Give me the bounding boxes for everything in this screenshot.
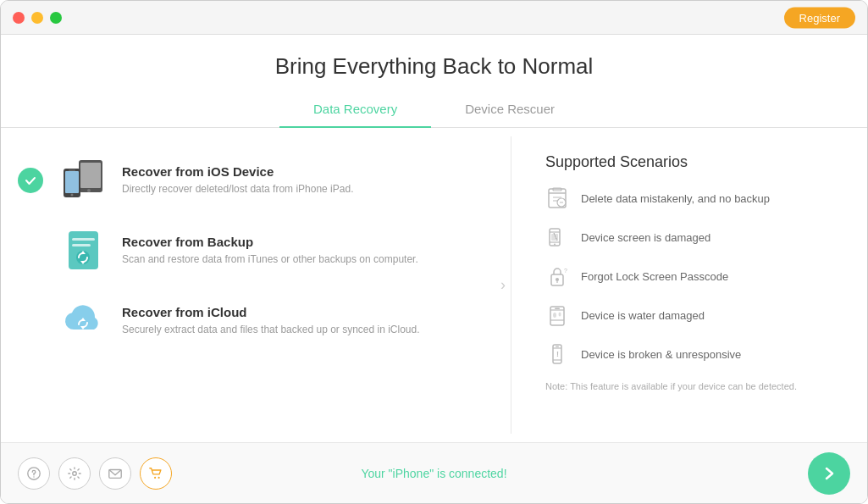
broken-scenario-icon: !	[545, 342, 569, 366]
cart-icon	[148, 466, 163, 481]
svg-rect-6	[69, 170, 75, 171]
svg-point-45	[73, 471, 77, 475]
water-scenario-icon	[545, 303, 569, 327]
help-icon	[26, 466, 41, 481]
scenario-passcode-text: Forgot Lock Screen Passcode	[581, 270, 728, 283]
svg-rect-4	[65, 171, 79, 193]
option-backup-text: Recover from Backup Scan and restore dat…	[122, 235, 418, 267]
svg-text:!: !	[556, 350, 559, 358]
tab-device-rescuer[interactable]: Device Rescuer	[431, 95, 589, 128]
settings-button[interactable]	[58, 457, 91, 490]
option-ios-device-title: Recover from iOS Device	[122, 164, 353, 179]
scenario-delete-text: Delete data mistakenly, and no backup	[581, 192, 770, 205]
svg-text:?: ?	[564, 268, 567, 274]
selected-check-icon	[18, 168, 43, 193]
mail-button[interactable]	[99, 457, 131, 490]
option-backup[interactable]: Recover from Backup Scan and restore dat…	[52, 215, 494, 285]
right-panel: Supported Scenarios	[511, 136, 867, 434]
option-ios-device-text: Recover from iOS Device Directly recover…	[122, 164, 353, 197]
content-area: Bring Everything Back to Normal Data Rec…	[1, 35, 867, 503]
option-backup-title: Recover from Backup	[122, 235, 418, 249]
close-button[interactable]	[13, 12, 25, 24]
help-button[interactable]	[18, 457, 50, 490]
chevron-right-icon: ›	[500, 276, 506, 294]
scenario-water-text: Device is water damaged	[581, 309, 705, 322]
option-ios-device-desc: Directly recover deleted/lost data from …	[122, 182, 353, 197]
svg-point-47	[154, 476, 156, 478]
backup-icon	[60, 227, 107, 274]
maximize-button[interactable]	[50, 12, 62, 24]
svg-point-5	[71, 194, 74, 197]
page-title: Bring Everything Back to Normal	[1, 53, 867, 80]
minimize-button[interactable]	[31, 12, 43, 24]
option-backup-desc: Scan and restore data from iTunes or oth…	[122, 252, 418, 267]
svg-point-37	[559, 313, 561, 317]
main-content: Recover from iOS Device Directly recover…	[1, 128, 867, 442]
header: Bring Everything Back to Normal Data Rec…	[1, 35, 867, 128]
option-icloud-title: Recover from iCloud	[122, 305, 420, 319]
panel-divider: ›	[495, 273, 511, 298]
option-ios-device[interactable]: Recover from iOS Device Directly recover…	[52, 145, 494, 215]
scenario-broken-text: Device is broken & unresponsive	[581, 348, 741, 361]
scenarios-title: Supported Scenarios	[545, 153, 833, 171]
settings-icon	[67, 466, 82, 481]
footer: Your "iPhone" is connected!	[1, 442, 867, 503]
scenario-delete: Delete data mistakenly, and no backup	[545, 186, 833, 210]
svg-point-48	[158, 476, 160, 478]
next-button[interactable]	[808, 452, 850, 495]
register-button[interactable]: Register	[784, 7, 855, 28]
title-bar: Register	[1, 1, 867, 35]
scenario-broken: ! Device is broken & unresponsive	[545, 342, 833, 366]
scenario-water: Device is water damaged	[545, 303, 833, 327]
next-arrow-icon	[820, 464, 838, 483]
svg-rect-8	[72, 238, 95, 241]
svg-rect-1	[80, 163, 101, 188]
app-window: Register Bring Everything Back to Normal…	[0, 0, 868, 504]
svg-point-36	[553, 313, 556, 318]
option-icloud-desc: Securely extract data and files that bac…	[122, 323, 420, 337]
svg-rect-32	[550, 307, 564, 325]
scenarios-note: Note: This feature is available if your …	[545, 381, 833, 391]
svg-point-2	[87, 189, 91, 192]
svg-point-25	[554, 244, 556, 246]
connected-status: Your "iPhone" is connected!	[361, 467, 506, 480]
passcode-scenario-icon: ?	[545, 264, 569, 288]
cart-button[interactable]	[140, 457, 172, 490]
tab-bar: Data Recovery Device Rescuer	[1, 95, 867, 128]
svg-rect-35	[555, 308, 560, 310]
mail-icon	[108, 466, 123, 481]
scenario-passcode: ? Forgot Lock Screen Passcode	[545, 264, 833, 288]
left-panel: Recover from iOS Device Directly recover…	[1, 136, 511, 434]
icloud-icon	[60, 297, 107, 344]
scenario-screen: Device screen is damaged	[545, 225, 833, 249]
svg-point-29	[556, 278, 559, 281]
traffic-lights	[13, 12, 62, 24]
scenario-screen-text: Device screen is damaged	[581, 231, 710, 244]
option-icloud-text: Recover from iCloud Securely extract dat…	[122, 305, 420, 337]
delete-scenario-icon	[545, 186, 569, 210]
screen-scenario-icon	[545, 225, 569, 249]
tab-data-recovery[interactable]: Data Recovery	[279, 95, 431, 128]
svg-point-44	[33, 476, 34, 477]
ios-device-icon	[60, 157, 107, 203]
option-icloud[interactable]: Recover from iCloud Securely extract dat…	[52, 285, 494, 356]
svg-rect-9	[72, 244, 91, 246]
footer-icons	[18, 457, 172, 490]
svg-rect-41	[556, 346, 559, 347]
svg-rect-26	[551, 234, 558, 241]
